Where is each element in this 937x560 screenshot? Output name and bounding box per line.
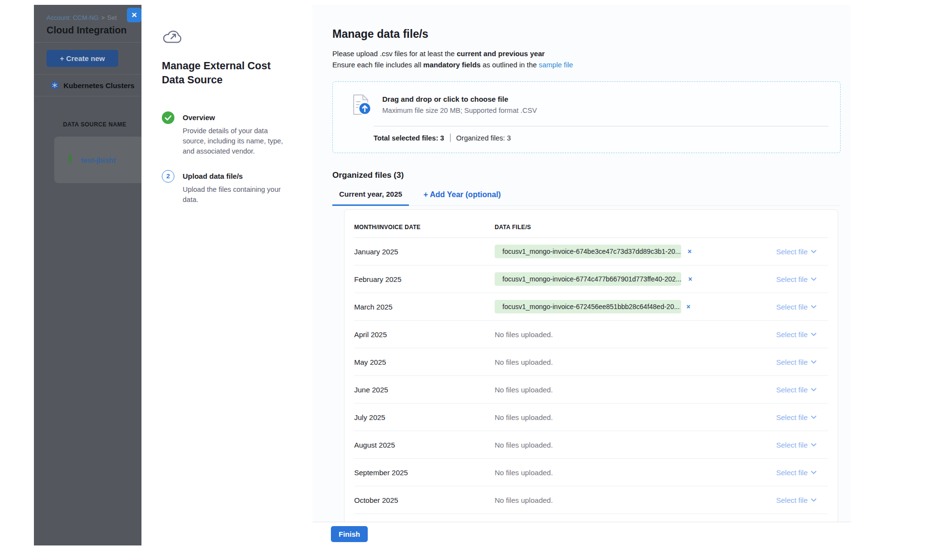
file-dropzone[interactable]: Drag and drop or click to choose file Ma… [332,81,841,153]
create-new-button[interactable]: + Create new [47,50,118,67]
chevron-down-icon [811,278,816,281]
instruction-line-2: Ensure each file includes all mandatory … [332,60,841,71]
manage-data-files-panel: Manage data file/s Please upload .csv fi… [312,5,851,545]
step-description: Upload the files containing your data. [183,185,288,205]
step-title: Overview [183,113,288,122]
tab-label: Kubernetes Clusters [63,81,135,90]
chevron-down-icon [811,250,816,253]
remove-file-icon[interactable]: × [687,248,691,255]
select-file-dropdown[interactable]: Select file [736,303,828,311]
chevron-down-icon [811,443,816,447]
upload-file-icon [349,93,375,118]
column-data-files: DATA FILE/S [495,224,736,231]
step-description: Provide details of your data source, inc… [183,126,288,156]
step-number-badge: 2 [162,170,174,183]
empty-file-text: No files uploaded. [495,358,736,366]
chevron-down-icon [811,498,816,502]
empty-file-text: No files uploaded. [495,496,736,504]
month-label: February 2025 [354,275,495,283]
chevron-down-icon [811,388,816,391]
select-file-dropdown[interactable]: Select file [736,358,828,366]
breadcrumb-account-link[interactable]: Account: CCM-NG [47,14,99,21]
table-row: September 2025 No files uploaded. Select… [354,459,828,486]
panel-footer: Finish [312,522,851,545]
month-label: September 2025 [354,468,495,477]
kubernetes-icon [50,81,59,90]
instruction-line-1: Please upload .csv files for at least th… [332,48,841,60]
add-year-button[interactable]: + Add Year (optional) [422,190,503,205]
organized-files-heading: Organized files (3) [332,171,841,180]
select-file-dropdown[interactable]: Select file [736,275,828,283]
background-page: Account: CCM-NG>Set Cloud Integration + … [34,5,141,545]
data-source-link[interactable]: test-jbisht [81,156,116,164]
month-label: July 2025 [354,413,495,421]
page-title: Cloud Integration [34,21,141,36]
empty-file-text: No files uploaded. [495,441,736,449]
file-chip: focusv1_mongo-invoice-674be3ce47c73d37dd… [495,245,681,258]
month-label: May 2025 [354,358,495,366]
table-row: January 2025 focusv1_mongo-invoice-674be… [354,238,828,265]
divider [34,42,141,43]
chevron-down-icon [811,305,816,309]
chevron-down-icon [811,471,816,474]
sample-file-link[interactable]: sample file [539,61,573,69]
month-label: October 2025 [354,496,495,504]
select-file-dropdown[interactable]: Select file [736,468,828,477]
step-overview[interactable]: Overview Provide details of your data so… [162,111,290,156]
step-complete-icon [162,111,174,156]
step-upload-data-files[interactable]: 2 Upload data file/s Upload the files co… [162,170,290,205]
dropzone-subtitle: Maximum file size 20 MB; Supported forma… [382,107,537,114]
remove-file-icon[interactable]: × [688,275,692,283]
select-file-dropdown[interactable]: Select file [736,496,828,504]
select-file-dropdown[interactable]: Select file [736,248,828,256]
empty-file-text: No files uploaded. [495,386,736,394]
empty-file-text: No files uploaded. [495,413,736,421]
total-selected-files: Total selected files: 3 [374,134,444,142]
finish-button[interactable]: Finish [331,526,368,542]
close-button[interactable]: × [127,8,141,22]
breadcrumb-setup-link[interactable]: Set [107,14,117,21]
wizard-panel: Manage External Cost Data Source Overvie… [141,5,312,545]
year-tabs: Current year, 2025 + Add Year (optional) [332,190,841,206]
chevron-down-icon [811,333,816,336]
tab-current-year[interactable]: Current year, 2025 [332,190,409,206]
month-label: August 2025 [354,441,495,449]
divider [34,96,141,96]
month-label: January 2025 [354,248,495,256]
chevron-down-icon [811,360,816,364]
file-name: focusv1_mongo-invoice-6774c477b667901d77… [502,275,681,283]
month-label: April 2025 [354,330,495,339]
breadcrumb: Account: CCM-NG>Set [34,5,141,21]
column-month-invoice-date: MONTH/INVOICE DATE [354,224,495,231]
data-source-row[interactable]: test-jbisht [54,137,141,183]
file-chip: focusv1_mongo-invoice-6774c477b667901d77… [495,272,681,286]
file-chip: focusv1_mongo-invoice-672456ee851bbb28c6… [495,300,681,313]
month-label: March 2025 [354,303,495,311]
table-row: June 2025 No files uploaded. Select file [354,376,828,404]
remove-file-icon[interactable]: × [687,303,690,311]
empty-file-text: No files uploaded. [495,330,736,339]
table-row: March 2025 focusv1_mongo-invoice-672456e… [354,293,828,321]
tab-kubernetes-clusters[interactable]: Kubernetes Clusters [34,75,141,96]
file-name: focusv1_mongo-invoice-674be3ce47c73d37dd… [502,248,681,255]
select-file-dropdown[interactable]: Select file [736,330,828,339]
select-file-dropdown[interactable]: Select file [736,441,828,449]
step-title: Upload data file/s [183,172,288,180]
table-row: October 2025 No files uploaded. Select f… [354,486,828,514]
organized-files-count: Organized files: 3 [456,134,511,142]
table-row: July 2025 No files uploaded. Select file [354,404,828,431]
dropzone-title: Drag and drop or click to choose file [382,95,537,103]
upload-instructions: Please upload .csv files for at least th… [332,48,841,71]
external-cost-cloud-icon [162,28,290,47]
select-file-dropdown[interactable]: Select file [736,386,828,394]
wizard-title: Manage External Cost Data Source [162,59,281,87]
divider [450,134,451,142]
wizard-steps: Overview Provide details of your data so… [162,111,290,205]
table-row: August 2025 No files uploaded. Select fi… [354,431,828,459]
panel-heading: Manage data file/s [332,28,841,41]
month-label: June 2025 [354,386,495,394]
panel-body: Manage data file/s Please upload .csv fi… [312,5,851,522]
select-file-dropdown[interactable]: Select file [736,413,828,421]
breadcrumb-separator: > [101,14,105,21]
table-row: May 2025 No files uploaded. Select file [354,348,828,376]
